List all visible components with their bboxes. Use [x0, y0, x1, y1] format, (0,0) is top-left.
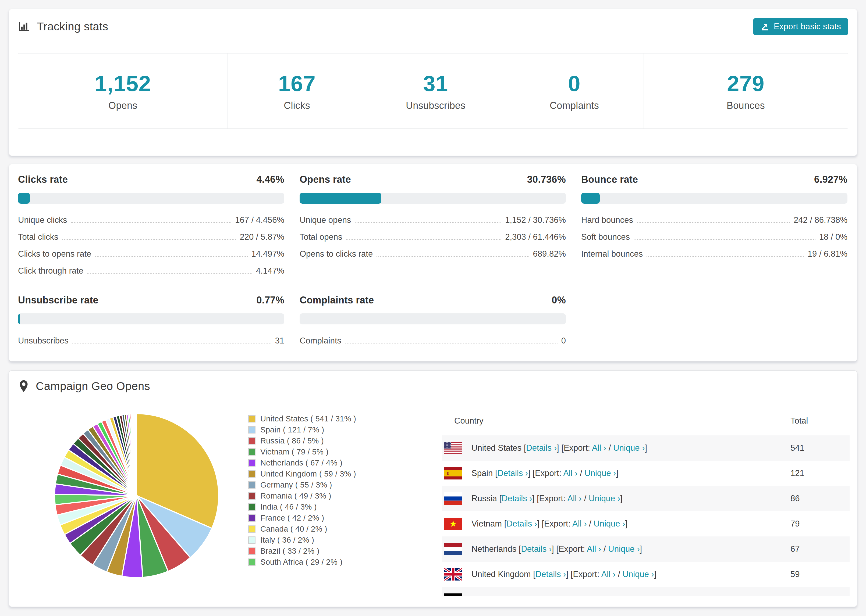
rate-detail-value: 2,303 / 61.446% [505, 232, 566, 242]
rate-detail-label: Unique clicks [18, 215, 67, 225]
location-pin-icon [19, 380, 29, 393]
bracket-text: [ [502, 519, 506, 528]
export-unique-link[interactable]: Unique › [589, 494, 620, 503]
tracking-dashboard: Tracking stats Export basic stats 1,152O… [0, 0, 866, 616]
export-all-link[interactable]: All › [587, 544, 601, 554]
pie-legend: United States ( 541 / 31% )Spain ( 121 /… [248, 415, 356, 569]
stat-label-clicks: Clicks [284, 100, 310, 111]
export-all-link[interactable]: All › [563, 468, 578, 478]
stats-summary-box: 1,152Opens167Clicks31Unsubscribes0Compla… [18, 53, 848, 129]
rate-detail-label: Clicks to opens rate [18, 249, 91, 259]
rate-detail-label: Opens to clicks rate [299, 249, 373, 259]
details-link[interactable]: Details › [526, 443, 557, 453]
rate-header-unsubscribe-rate: Unsubscribe rate0.77% [18, 295, 284, 306]
export-unique-link[interactable]: Unique › [608, 544, 639, 554]
rate-detail-label: Click through rate [18, 266, 83, 276]
table-row-ru: Russia [Details ›] [Export: All › / Uniq… [442, 486, 850, 511]
export-unique-link[interactable]: Unique › [594, 519, 625, 528]
stat-cell-unsubscribes: 31Unsubscribes [366, 53, 505, 129]
separator-text: / [606, 443, 613, 453]
legend-label: Vietnam ( 79 / 5% ) [260, 448, 328, 456]
export-unique-link[interactable]: Unique › [598, 595, 629, 596]
export-all-link[interactable]: All › [576, 595, 590, 596]
rate-detail-value: 1,152 / 30.736% [505, 215, 566, 225]
separator-text: / [578, 468, 585, 478]
rate-detail-rows: Unsubscribes31 [18, 336, 284, 346]
export-all-link[interactable]: All › [601, 569, 615, 579]
geo-card-header: Campaign Geo Opens [9, 371, 857, 402]
flag-gb-icon [444, 568, 462, 580]
bracket-text: [ [521, 443, 526, 453]
separator-text: / [590, 595, 598, 596]
bracket-text: ] [639, 544, 642, 554]
bracket-text: [ [493, 468, 497, 478]
export-basic-stats-button[interactable]: Export basic stats [753, 18, 848, 35]
page-title: Tracking stats [37, 20, 108, 33]
export-unique-link[interactable]: Unique › [613, 443, 645, 453]
dotted-leader [345, 343, 557, 344]
bracket-text: ] [Export: [566, 569, 601, 579]
rate-block-bounce-rate: Bounce rate6.927%Hard bounces242 / 86.73… [581, 174, 847, 276]
flag-es-icon [444, 467, 462, 479]
details-link[interactable]: Details › [535, 569, 566, 579]
rate-detail-row: Internal bounces19 / 6.81% [581, 249, 847, 259]
country-cell: Russia [Details ›] [Export: All › / Uniq… [442, 494, 623, 503]
flag-vn-icon [444, 518, 462, 530]
dotted-leader [376, 256, 529, 257]
country-name: Spain [471, 468, 493, 478]
rate-detail-row: Unsubscribes31 [18, 336, 284, 346]
rate-value: 4.46% [256, 174, 284, 185]
table-row-nl: Netherlands [Details ›] [Export: All › /… [442, 536, 850, 562]
dotted-leader [72, 343, 271, 344]
details-link[interactable]: Details › [502, 494, 532, 503]
details-link[interactable]: Details › [510, 595, 541, 596]
table-row-gb: United Kingdom [Details ›] [Export: All … [442, 562, 850, 587]
export-all-link[interactable]: All › [592, 443, 606, 453]
rate-detail-label: Internal bounces [581, 249, 643, 259]
legend-swatch [248, 459, 255, 467]
rate-detail-label: Hard bounces [581, 215, 633, 225]
country-total: 59 [790, 569, 800, 579]
bracket-text: ] [Export: [532, 494, 567, 503]
pie-slice-other [136, 413, 137, 496]
stat-cell-opens: 1,152Opens [18, 53, 228, 129]
progress-bar-bounce-rate [581, 193, 847, 204]
export-all-link[interactable]: All › [567, 494, 582, 503]
details-link[interactable]: Details › [521, 544, 552, 554]
details-link[interactable]: Details › [506, 519, 537, 528]
export-all-link[interactable]: All › [572, 519, 587, 528]
legend-swatch [248, 525, 255, 533]
separator-text: / [582, 494, 589, 503]
rate-detail-row: Complaints0 [299, 336, 566, 346]
rate-detail-row: Hard bounces242 / 86.738% [581, 215, 847, 225]
rate-detail-rows: Hard bounces242 / 86.738%Soft bounces18 … [581, 215, 847, 259]
country-cell: Vietnam [Details ›] [Export: All › / Uni… [442, 519, 627, 529]
table-row-de: Germany [Details ›] [Export: All › / Uni… [442, 587, 850, 596]
bracket-text: ] [629, 595, 631, 596]
country-total: 541 [790, 443, 805, 453]
bracket-text: ] [Export: [557, 443, 592, 453]
geo-table-body: United States [Details ›] [Export: All ›… [442, 435, 850, 596]
progress-bar-fill [299, 193, 381, 204]
legend-swatch [248, 448, 255, 456]
details-link[interactable]: Details › [498, 468, 528, 478]
rate-detail-row: Opens to clicks rate689.82% [299, 249, 566, 259]
rate-detail-label: Total clicks [18, 232, 58, 242]
export-unique-link[interactable]: Unique › [584, 468, 616, 478]
export-button-label: Export basic stats [774, 22, 841, 31]
progress-bar-fill [581, 193, 600, 204]
bracket-text: ] [Export: [541, 595, 576, 596]
rate-detail-value: 18 / 0% [819, 232, 847, 242]
country-total: 67 [790, 544, 800, 554]
legend-item: Romania ( 49 / 3% ) [248, 492, 356, 500]
legend-swatch [248, 558, 255, 566]
export-unique-link[interactable]: Unique › [623, 569, 654, 579]
stat-value-unsubscribes: 31 [423, 71, 448, 96]
dotted-leader [637, 222, 790, 223]
bracket-text: ] [Export: [537, 519, 572, 528]
dotted-leader [62, 239, 236, 240]
country-name: Germany [471, 595, 505, 596]
separator-text: / [601, 544, 608, 554]
geo-content: United States ( 541 / 31% )Spain ( 121 /… [9, 406, 857, 596]
rate-detail-label: Soft bounces [581, 232, 630, 242]
